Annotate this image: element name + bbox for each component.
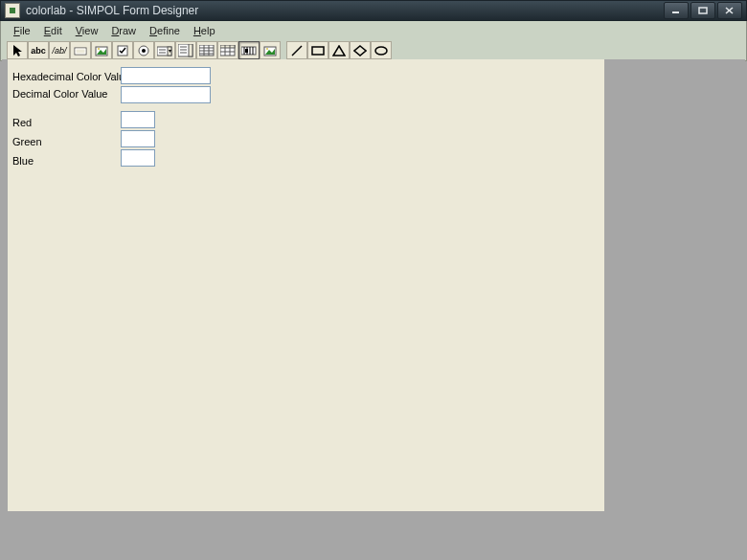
toolbar: abc /ab/ (0, 40, 747, 61)
input-hex[interactable] (121, 67, 211, 84)
app-icon (5, 3, 20, 18)
window: colorlab - SIMPOL Form Designer File Edi… (0, 0, 747, 560)
minimize-button[interactable] (664, 2, 689, 19)
menu-define[interactable]: Define (143, 23, 187, 38)
label-red: Red (12, 117, 32, 128)
tool-table[interactable] (217, 41, 238, 59)
window-title: colorlab - SIMPOL Form Designer (26, 4, 664, 17)
tool-ellipse[interactable] (371, 41, 392, 59)
tool-line[interactable] (286, 41, 307, 59)
tool-combo[interactable] (154, 41, 175, 59)
tool-edit[interactable]: /ab/ (49, 41, 70, 59)
svg-rect-34 (241, 47, 256, 55)
input-green[interactable] (121, 130, 155, 147)
tool-listbox[interactable] (175, 41, 196, 59)
svg-rect-1 (699, 8, 707, 13)
menu-file[interactable]: File (7, 23, 37, 38)
svg-marker-4 (13, 45, 22, 56)
maximize-button[interactable] (690, 2, 715, 19)
tool-checkbox[interactable] (112, 41, 133, 59)
svg-rect-19 (189, 44, 192, 56)
svg-rect-44 (312, 47, 324, 55)
label-hex: Hexadecimal Color Value (12, 71, 130, 82)
window-controls (664, 2, 742, 19)
input-dec[interactable] (121, 86, 211, 103)
svg-point-12 (142, 49, 146, 53)
label-green: Green (12, 136, 42, 147)
label-blue: Blue (12, 155, 34, 167)
workspace: Hexadecimal Color Value Decimal Color Va… (2, 59, 745, 558)
tool-label[interactable]: abc (28, 41, 49, 59)
tool-image2[interactable] (260, 41, 281, 59)
tool-diamond[interactable] (350, 41, 371, 59)
menu-edit[interactable]: Edit (37, 23, 69, 38)
svg-point-42 (266, 48, 268, 50)
tool-grid[interactable] (196, 41, 217, 59)
svg-line-43 (292, 46, 302, 56)
tool-radio[interactable] (133, 41, 154, 59)
tool-pointer[interactable] (7, 41, 28, 59)
tool-rect[interactable] (307, 41, 328, 59)
svg-rect-30 (220, 45, 235, 48)
svg-marker-46 (354, 46, 366, 56)
close-button[interactable] (717, 2, 742, 19)
label-dec: Decimal Color Value (12, 88, 107, 100)
tool-image[interactable] (91, 41, 112, 59)
tool-triangle[interactable] (328, 41, 350, 59)
menu-view[interactable]: View (69, 23, 105, 38)
svg-point-47 (375, 47, 387, 55)
svg-marker-45 (333, 46, 345, 56)
menu-help[interactable]: Help (187, 23, 222, 38)
tool-button[interactable] (70, 41, 91, 59)
svg-rect-39 (245, 49, 248, 53)
tool-gauge[interactable] (238, 41, 260, 59)
form-canvas[interactable]: Hexadecimal Color Value Decimal Color Va… (8, 59, 604, 511)
menu-bar: File Edit View Draw Define Help (0, 21, 747, 40)
title-bar: colorlab - SIMPOL Form Designer (0, 0, 747, 21)
svg-point-9 (98, 48, 100, 50)
menu-draw[interactable]: Draw (104, 23, 143, 38)
input-blue[interactable] (121, 149, 155, 167)
input-red[interactable] (121, 111, 155, 128)
